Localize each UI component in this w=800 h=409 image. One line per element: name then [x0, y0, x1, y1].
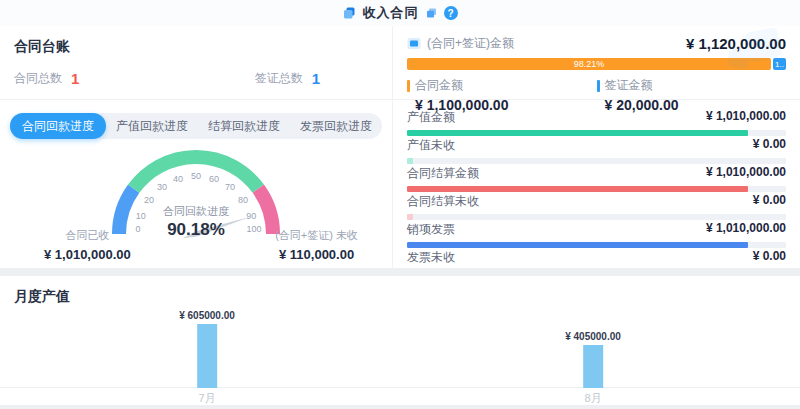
amounts-panel: (合同+签证)金额 ¥ 1,120,000.00 98.21% 1.. 合同金额…: [393, 26, 800, 268]
bar-group: ¥ 405000.00: [565, 331, 621, 388]
svg-text:30: 30: [157, 182, 167, 192]
signing-total-stat: 签证总数 1: [255, 70, 320, 87]
metrics-list: 产值金额¥ 1,010,000.00产值未收¥ 0.00合同结算金额¥ 1,01…: [393, 100, 800, 268]
gauge-title: 合同回款进度: [51, 204, 341, 219]
metric-label: 产值金额: [407, 109, 455, 126]
metric-value: ¥ 0.00: [753, 137, 786, 154]
stat-value: ¥ 1,010,000.00: [44, 247, 131, 262]
legend-label: 合同金额: [415, 77, 463, 94]
received-stat: 合同已收 ¥ 1,010,000.00: [44, 228, 131, 262]
x-axis-line: [0, 387, 800, 388]
contract-overview-card: 合同台账 合同总数 1 签证总数 1 合同回款进度产值回款进度结算回款进度发票回…: [0, 26, 800, 268]
contract-folder-icon: [343, 7, 356, 19]
bar[interactable]: [583, 345, 603, 388]
total-amount-row: (合同+签证)金额 ¥ 1,120,000.00: [407, 35, 786, 52]
unreceived-stat: (合同+签证) 未收 ¥ 110,000.00: [275, 228, 358, 262]
amounts-header: (合同+签证)金额 ¥ 1,120,000.00 98.21% 1.. 合同金额…: [393, 26, 800, 100]
metric-row: 合同结算未收¥ 0.00: [407, 187, 786, 215]
ledger-stats: 合同总数 1 签证总数 1: [14, 70, 378, 87]
svg-text:70: 70: [225, 182, 235, 192]
metric-label: 合同结算未收: [407, 193, 479, 210]
total-amount-label: (合同+签证)金额: [427, 35, 514, 52]
amount-icon: [407, 37, 421, 50]
monthly-chart: ¥ 605000.007月¥ 405000.008月: [14, 308, 786, 408]
stat-label: 合同总数: [14, 70, 62, 87]
contract-ledger-panel: 合同台账 合同总数 1 签证总数 1 合同回款进度产值回款进度结算回款进度发票回…: [0, 26, 393, 268]
contract-segment[interactable]: 98.21%: [407, 58, 771, 70]
legend-marker: [597, 80, 600, 92]
stat-label: 合同已收: [44, 228, 131, 243]
metric-value: ¥ 1,010,000.00: [706, 109, 786, 126]
section-divider: [0, 268, 800, 276]
metric-row: 销项发票¥ 1,010,000.00: [407, 215, 786, 243]
metric-label: 产值未收: [407, 137, 455, 154]
legend-marker: [407, 80, 410, 92]
metric-label: 合同结算金额: [407, 165, 479, 182]
bar-value-label: ¥ 405000.00: [565, 331, 621, 342]
gauge-footer-stats: 合同已收 ¥ 1,010,000.00 (合同+签证) 未收 ¥ 110,000…: [0, 228, 392, 262]
metric-label: 销项发票: [407, 221, 455, 238]
stat-value[interactable]: 1: [312, 70, 320, 87]
svg-text:40: 40: [173, 174, 183, 184]
metric-row: 产值金额¥ 1,010,000.00: [407, 103, 786, 131]
monthly-output-title: 月度产值: [14, 288, 786, 306]
metric-row: 发票未收¥ 0.00: [407, 243, 786, 268]
stat-label: (合同+签证) 未收: [275, 228, 358, 243]
svg-text:60: 60: [209, 174, 219, 184]
metric-value: ¥ 0.00: [753, 193, 786, 210]
stat-label: 签证总数: [255, 70, 303, 87]
metric-value: ¥ 1,010,000.00: [706, 221, 786, 238]
stat-value[interactable]: 1: [71, 70, 79, 87]
x-axis-label: 8月: [584, 391, 601, 406]
metric-row: 产值未收¥ 0.00: [407, 131, 786, 159]
page-title: 收入合同: [363, 4, 419, 22]
svg-text:50: 50: [191, 171, 201, 181]
contract-total-stat: 合同总数 1: [14, 70, 79, 87]
ledger-title: 合同台账: [14, 38, 378, 56]
total-amount-value: ¥ 1,120,000.00: [686, 35, 786, 52]
bar[interactable]: [197, 324, 217, 388]
monthly-output-card: 月度产值 ¥ 605000.007月¥ 405000.008月: [0, 276, 800, 405]
stat-value: ¥ 110,000.00: [275, 247, 358, 262]
bar-group: ¥ 605000.00: [179, 310, 235, 388]
ledger-header: 合同台账 合同总数 1 签证总数 1: [0, 26, 392, 100]
x-axis-label: 7月: [198, 391, 215, 406]
bar-value-label: ¥ 605000.00: [179, 310, 235, 321]
legend-label: 签证金额: [605, 77, 653, 94]
metric-label: 发票未收: [407, 249, 455, 266]
contract-signing-split-bar: 98.21% 1..: [407, 58, 786, 70]
progress-gauge-section: 合同回款进度产值回款进度结算回款进度发票回款进度 010203040506070…: [0, 100, 392, 268]
metric-row: 合同结算金额¥ 1,010,000.00: [407, 159, 786, 187]
metric-value: ¥ 0.00: [753, 249, 786, 266]
signing-segment[interactable]: 1..: [773, 58, 786, 70]
help-icon[interactable]: ?: [444, 6, 458, 20]
document-copy-icon: [426, 8, 437, 18]
page-header: 收入合同 ?: [0, 0, 800, 26]
metric-value: ¥ 1,010,000.00: [706, 165, 786, 182]
